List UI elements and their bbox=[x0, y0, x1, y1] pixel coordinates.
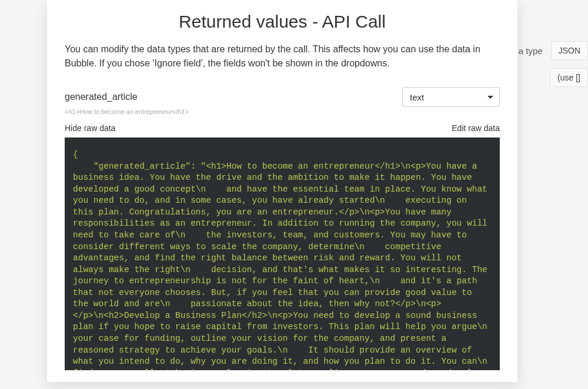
modal-body: You can modify the data types that are r… bbox=[47, 42, 517, 370]
field-sample: <h1>How to become an entrepreneur</h1> bbox=[65, 108, 500, 115]
raw-data-panel[interactable]: { "generated_article": "<h1>How to becom… bbox=[65, 138, 500, 370]
hide-raw-link[interactable]: Hide raw data bbox=[65, 123, 115, 133]
bg-row-type: a type JSON bbox=[519, 41, 588, 60]
bg-box-json: JSON bbox=[551, 41, 588, 60]
field-row: generated_article text bbox=[65, 87, 500, 107]
bg-box-use: (use [] bbox=[550, 68, 588, 87]
type-select-value: text bbox=[410, 92, 424, 102]
bg-row-use: (use [] bbox=[550, 68, 588, 87]
bg-label-a-type: a type bbox=[519, 46, 543, 56]
modal-description: You can modify the data types that are r… bbox=[65, 42, 500, 71]
field-name: generated_article bbox=[65, 92, 138, 102]
type-select[interactable]: text bbox=[402, 87, 500, 107]
edit-raw-link[interactable]: Edit raw data bbox=[452, 123, 500, 133]
background-fields: a type JSON (use [] bbox=[519, 41, 588, 87]
returned-values-modal: Returned values - API Call You can modif… bbox=[47, 0, 517, 382]
field-info: generated_article bbox=[65, 92, 138, 102]
modal-title: Returned values - API Call bbox=[47, 0, 517, 42]
chevron-down-icon bbox=[487, 96, 493, 99]
raw-links: Hide raw data Edit raw data bbox=[65, 123, 500, 133]
